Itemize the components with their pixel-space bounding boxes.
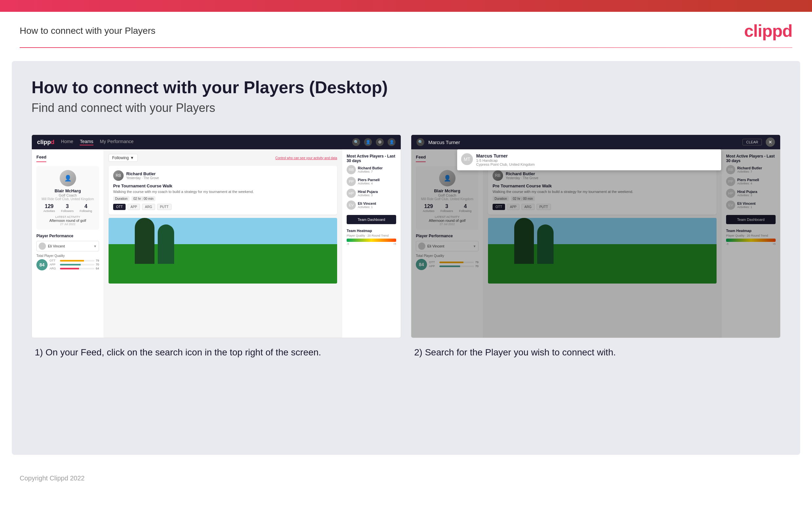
profile-avatar-1: 👤: [60, 170, 76, 186]
pp-player-select-1[interactable]: Eli Vincent ▼: [36, 241, 99, 251]
player-performance-1: Player Performance Eli Vincent ▼ Total P…: [36, 234, 99, 271]
map-title-1: Most Active Players - Last 30 days: [347, 154, 396, 163]
profile-card-2: 👤 Blair McHarg Golf Coach Mill Ride Golf…: [416, 166, 478, 230]
panel-1-caption: 1) On your Feed, click on the search ico…: [32, 346, 401, 359]
profile-stats-1: 129 Activities 3 Followers 4 Following: [40, 204, 95, 213]
footer: Copyright Clippd 2022: [0, 468, 812, 489]
panel-1: clippd Home Teams My Performance 🔍 👤 ⚙ 👤: [32, 134, 401, 359]
player-acts-ev: Activities: 1: [358, 205, 376, 209]
player-name-pp: Piers Parnell: [358, 178, 380, 182]
stat-followers-label-1: Followers: [61, 209, 74, 213]
main-heading: How to connect with your Players (Deskto…: [32, 78, 780, 97]
profile-title-2: Golf Coach: [420, 193, 475, 197]
nav-teams-1[interactable]: Teams: [80, 139, 93, 145]
golfer-silhouette-2: [158, 224, 174, 264]
pp-player-name-1: Eli Vincent: [48, 244, 92, 248]
activity-user-1: RB Richard Butler Yesterday · The Grove: [113, 170, 333, 181]
profile-name-2: Blair McHarg: [420, 188, 475, 193]
player-avatar-hp: HP: [347, 189, 356, 198]
la-date-1: 27 Jul 2022: [40, 222, 95, 226]
app-right-2: Most Active Players - Last 30 days RB Ri…: [721, 149, 780, 338]
sr-handicap-1: 1-5 Handicap: [476, 159, 535, 162]
app-mockup-1: clippd Home Teams My Performance 🔍 👤 ⚙ 👤: [32, 134, 401, 338]
header: How to connect with your Players clippd: [0, 12, 812, 47]
nav-my-performance-1[interactable]: My Performance: [100, 139, 134, 145]
app-body-2-dimmed: Feed 👤 Blair McHarg Golf Coach Mill Ride…: [411, 149, 780, 338]
profile-card-1: 👤 Blair McHarg Golf Coach Mill Ride Golf…: [36, 166, 99, 230]
tpq-label-1: Total Player Quality: [36, 254, 99, 258]
logo: clippd: [744, 21, 792, 41]
act-buttons-1: OTT APP ARG PUTT: [113, 204, 333, 210]
tpq-row-1: 84 OTT 79 APP: [36, 259, 99, 271]
main-content: How to connect with your Players (Deskto…: [12, 61, 800, 455]
activity-title-1: Pre Tournament Course Walk: [113, 183, 333, 188]
stat-followers-1: 3 Followers: [61, 204, 74, 213]
app-nav-icons-1: 🔍 👤 ⚙ 👤: [352, 138, 395, 146]
top-bar: [0, 0, 812, 12]
panel-2-caption: 2) Search for the Player you wish to con…: [411, 346, 780, 359]
app-right-1: Most Active Players - Last 30 days RB Ri…: [342, 149, 401, 338]
player-avatar-rb: RB: [347, 165, 356, 174]
activity-meta-1: Yesterday · The Grove: [126, 176, 159, 180]
panels: clippd Home Teams My Performance 🔍 👤 ⚙ 👤: [32, 134, 780, 359]
clear-button-2[interactable]: CLEAR: [743, 139, 762, 145]
avatar-icon-1[interactable]: 👤: [388, 138, 395, 146]
profile-title-1: Golf Coach: [40, 193, 95, 197]
pp-title-1: Player Performance: [36, 234, 99, 238]
golfer-silhouette-1: [135, 218, 154, 264]
heatmap-bar-1: [347, 239, 396, 242]
search-icon-1[interactable]: 🔍: [352, 138, 360, 146]
pp-dropdown-icon-1: ▼: [93, 245, 97, 248]
app-left-1: Feed 👤 Blair McHarg Golf Coach Mill Ride…: [32, 149, 104, 338]
pp-player-avatar-1: [39, 243, 46, 250]
close-button-2[interactable]: ✕: [766, 137, 775, 147]
activity-username-1: Richard Butler: [126, 171, 159, 176]
app-mockup-2: 🔍 Marcus Turner CLEAR ✕ MT Marcus Turner…: [411, 134, 780, 338]
panel-2: 🔍 Marcus Turner CLEAR ✕ MT Marcus Turner…: [411, 134, 780, 359]
app-btn-1[interactable]: APP: [128, 204, 140, 210]
search-input-2[interactable]: Marcus Turner: [428, 139, 738, 145]
golf-image-1: [108, 218, 337, 284]
following-button-1[interactable]: Following ▼: [108, 154, 138, 162]
search-result-item-1[interactable]: MT Marcus Turner 1-5 Handicap Cypress Po…: [461, 153, 717, 166]
team-heatmap-1: Team Heatmap Player Quality · 20 Round T…: [347, 229, 396, 246]
control-link-1[interactable]: Control who can see your activity and da…: [276, 156, 337, 160]
putt-btn-1[interactable]: PUTT: [157, 204, 172, 210]
search-result-dropdown-2: MT Marcus Turner 1-5 Handicap Cypress Po…: [457, 149, 721, 170]
player-list-item-1: RB Richard Butler Activities: 7: [347, 165, 396, 174]
player-acts-pp: Activities: 4: [358, 182, 380, 185]
profile-club-1: Mill Ride Golf Club, United Kingdom: [40, 197, 95, 201]
la-label-1: Latest Activity: [40, 215, 95, 219]
player-list-item-4: EV Eli Vincent Activities: 1: [347, 201, 396, 210]
arg-btn-1[interactable]: ARG: [142, 204, 155, 210]
app-nav-items-1: Home Teams My Performance: [61, 139, 346, 145]
stat-followers-num-1: 3: [61, 204, 74, 209]
user-icon-1[interactable]: 👤: [364, 138, 372, 146]
app-left-2: Feed 👤 Blair McHarg Golf Coach Mill Ride…: [411, 149, 483, 338]
nav-home-1[interactable]: Home: [61, 139, 73, 145]
profile-club-2: Mill Ride Golf Club, United Kingdom: [420, 197, 475, 201]
team-dashboard-btn-1[interactable]: Team Dashboard: [347, 215, 396, 224]
profile-stats-2: 129 Activities 3 Followers 4 Following: [420, 204, 475, 213]
player-name-hp: Hiral Pujara: [358, 190, 378, 194]
player-avatar-pp: PP: [347, 177, 356, 186]
heatmap-scale-1: -5 +5: [347, 243, 396, 246]
la-value-1: Afternoon round of golf: [40, 219, 95, 222]
main-subheading: Find and connect with your Players: [32, 101, 780, 115]
latest-activity-1: Latest Activity Afternoon round of golf …: [40, 215, 95, 226]
header-divider: [20, 47, 792, 48]
player-avatar-ev: EV: [347, 201, 356, 210]
settings-icon-1[interactable]: ⚙: [376, 138, 384, 146]
search-bar-2: 🔍 Marcus Turner CLEAR ✕: [411, 135, 780, 149]
ott-btn-1[interactable]: OTT: [113, 204, 126, 210]
stat-following-num-1: 4: [80, 204, 92, 209]
following-header-1: Following ▼ Control who can see your act…: [108, 154, 337, 162]
player-name-ev: Eli Vincent: [358, 202, 376, 205]
player-list-item-3: HP Hiral Pujara Activities: 3: [347, 189, 396, 198]
stat-following-1: 4 Following: [80, 204, 92, 213]
th-title-1: Team Heatmap: [347, 229, 396, 233]
copyright: Copyright Clippd 2022: [20, 474, 85, 482]
sr-name-1: Marcus Turner: [476, 153, 535, 159]
bar-app-1: APP 70: [50, 263, 99, 266]
feed-tab-1[interactable]: Feed: [36, 155, 46, 162]
